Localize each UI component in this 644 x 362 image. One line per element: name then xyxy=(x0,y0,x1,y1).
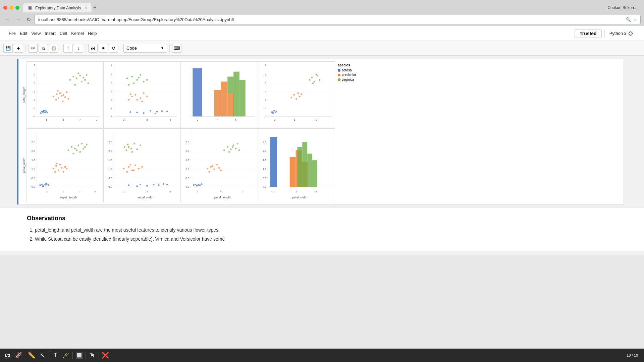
svg-point-30 xyxy=(59,93,61,94)
svg-point-262 xyxy=(227,146,228,148)
svg-text:6: 6 xyxy=(265,74,267,77)
menu-file[interactable]: File xyxy=(7,30,18,37)
svg-point-267 xyxy=(228,151,230,153)
keyboard-button[interactable]: ⌨ xyxy=(172,44,181,53)
tab-close-icon[interactable]: × xyxy=(85,6,87,10)
taskbar-stamp[interactable]: 🔲 xyxy=(74,350,84,360)
taskbar-pointer[interactable]: ↖ xyxy=(37,350,47,360)
taskbar-launchpad[interactable]: 🚀 xyxy=(13,350,23,360)
trusted-button[interactable]: Trusted xyxy=(575,29,602,38)
svg-text:2: 2 xyxy=(197,118,198,121)
address-bar[interactable]: localhost:8888/notebooks/AAIC_VarmaLapto… xyxy=(35,15,641,24)
add-cell-button[interactable]: + xyxy=(14,44,23,53)
menu-cell[interactable]: Cell xyxy=(58,30,69,37)
forward-button[interactable]: → xyxy=(14,16,23,23)
svg-point-39 xyxy=(69,79,71,81)
svg-point-83 xyxy=(141,101,143,102)
svg-point-137 xyxy=(319,79,320,81)
svg-text:1.5: 1.5 xyxy=(32,159,36,162)
svg-text:8: 8 xyxy=(94,190,96,193)
observation-item-1: petal_length and petal_width are the mos… xyxy=(35,227,617,234)
taskbar-sep-1 xyxy=(25,352,25,359)
svg-text:sepal_length: sepal_length xyxy=(60,196,77,199)
svg-text:4: 4 xyxy=(169,118,171,121)
bookmark-icon[interactable]: ☆ xyxy=(633,17,637,22)
user-name: Chekuri Srikan... xyxy=(607,5,641,10)
svg-point-265 xyxy=(235,148,237,149)
svg-text:0.5: 0.5 xyxy=(263,177,267,180)
traffic-light-red[interactable] xyxy=(3,6,7,10)
svg-point-176 xyxy=(67,149,69,151)
svg-point-205 xyxy=(140,184,141,185)
menu-help[interactable]: Help xyxy=(86,30,99,37)
svg-point-129 xyxy=(296,98,297,100)
svg-point-70 xyxy=(156,111,158,113)
svg-text:7: 7 xyxy=(34,64,35,67)
svg-point-185 xyxy=(76,149,77,151)
menu-kernel[interactable]: Kernel xyxy=(69,30,86,37)
svg-point-216 xyxy=(138,168,140,169)
svg-point-177 xyxy=(71,146,72,148)
svg-point-43 xyxy=(81,81,83,82)
cell-type-select[interactable]: Code ▼ xyxy=(123,44,167,53)
cut-button[interactable]: ✂ xyxy=(28,44,38,53)
paste-button[interactable]: 📋 xyxy=(49,44,58,53)
svg-point-86 xyxy=(136,79,138,81)
browser-tab[interactable]: 📓 Exploratory Data Analysis. × xyxy=(23,3,92,12)
new-tab-button[interactable]: + xyxy=(93,5,96,11)
move-down-button[interactable]: ↓ xyxy=(74,44,83,53)
stop-button[interactable]: ■ xyxy=(99,44,108,53)
taskbar-mouse[interactable]: 🖱 xyxy=(87,350,97,360)
svg-point-261 xyxy=(223,149,225,151)
svg-point-132 xyxy=(301,94,302,95)
run-next-button[interactable]: ⏭ xyxy=(88,44,98,53)
svg-point-41 xyxy=(76,77,77,79)
svg-point-45 xyxy=(83,77,84,78)
taskbar-text[interactable]: T xyxy=(50,350,60,360)
svg-point-219 xyxy=(129,164,131,166)
traffic-light-yellow[interactable] xyxy=(9,6,13,10)
svg-point-42 xyxy=(79,75,81,76)
taskbar-sep-3 xyxy=(72,352,73,359)
svg-point-174 xyxy=(54,171,56,173)
y-axis-label-row1: petal_length xyxy=(22,61,26,128)
title-bar: 📓 Exploratory Data Analysis. × + Chekuri… xyxy=(0,0,644,13)
restart-button[interactable]: ↺ xyxy=(109,44,118,53)
svg-text:6: 6 xyxy=(111,74,112,77)
svg-text:1: 1 xyxy=(296,190,297,193)
legend-title: species xyxy=(338,63,363,67)
move-up-button[interactable]: ↑ xyxy=(63,44,73,53)
menu-view[interactable]: View xyxy=(29,30,43,37)
svg-point-186 xyxy=(86,144,88,145)
svg-text:petal_width: petal_width xyxy=(292,196,307,199)
taskbar-draw[interactable]: ✏️ xyxy=(26,350,37,360)
svg-point-91 xyxy=(138,77,140,78)
svg-point-218 xyxy=(126,171,128,173)
copy-button[interactable]: ⧉ xyxy=(39,44,48,53)
svg-point-179 xyxy=(77,144,79,146)
svg-text:2: 2 xyxy=(34,107,35,110)
svg-point-33 xyxy=(64,96,66,98)
svg-text:5: 5 xyxy=(46,190,48,193)
plot-r2c2: 2.5 2.0 1.5 1.0 0.5 0.0 2 3 4 sepal_widt… xyxy=(104,128,181,202)
svg-point-161 xyxy=(44,184,46,186)
svg-point-222 xyxy=(127,144,128,145)
svg-point-72 xyxy=(155,113,156,114)
menu-edit[interactable]: Edit xyxy=(18,30,29,37)
svg-point-257 xyxy=(218,167,220,169)
svg-point-266 xyxy=(237,143,238,144)
taskbar-highlight[interactable]: 🖊 xyxy=(61,350,71,360)
svg-text:7: 7 xyxy=(265,64,266,67)
svg-point-224 xyxy=(133,143,135,144)
svg-text:0.0: 0.0 xyxy=(263,185,267,188)
back-button[interactable]: ← xyxy=(3,16,12,23)
svg-text:2: 2 xyxy=(123,118,124,121)
refresh-button[interactable]: ↻ xyxy=(25,16,33,23)
plot-r1c2: 7 6 5 4 3 2 1 2 3 4 xyxy=(104,61,181,128)
save-button[interactable]: 💾 xyxy=(3,44,13,53)
taskbar-close[interactable]: ❌ xyxy=(100,350,110,360)
cell-type-chevron: ▼ xyxy=(161,46,164,50)
traffic-light-green[interactable] xyxy=(15,6,19,10)
menu-insert[interactable]: Insert xyxy=(43,30,58,37)
taskbar-finder[interactable]: 🗂 xyxy=(3,350,13,360)
